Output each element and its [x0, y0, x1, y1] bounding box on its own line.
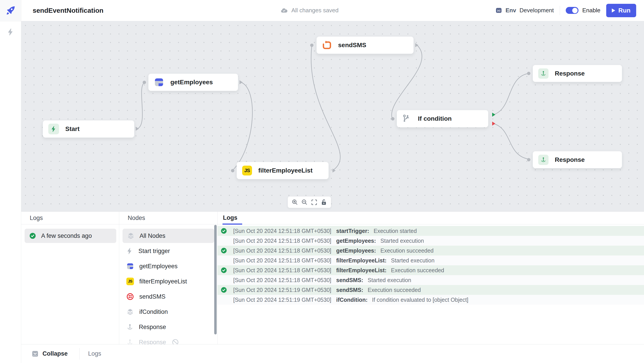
getEmployees-output-port[interactable]	[240, 80, 242, 84]
node-label: getEmployees	[170, 79, 213, 86]
table-query-icon	[126, 262, 134, 270]
log-message: Started execution	[368, 277, 411, 283]
node-filter-getEmployees[interactable]: getEmployees	[119, 259, 217, 274]
start-bolt-icon	[48, 124, 59, 134]
nodes-column: Nodes All Nodes Start trigger	[119, 212, 218, 344]
fit-view-button[interactable]	[310, 198, 318, 206]
node-filterEmployeeList[interactable]: JS filterEmployeeList	[236, 162, 329, 179]
history-item[interactable]: A few seconds ago	[24, 229, 116, 243]
node-label: If condition	[418, 115, 452, 122]
save-status-text: All changes saved	[291, 7, 338, 14]
log-row: [Sun Oct 20 2024 12:51:18 GMT+0530] filt…	[218, 256, 644, 265]
trigger-bolt-icon[interactable]	[7, 27, 14, 36]
run-button[interactable]: Run	[606, 4, 636, 17]
disabled-slash-icon	[172, 339, 179, 344]
log-timestamp: [Sun Oct 20 2024 12:51:19 GMT+0530]	[233, 287, 332, 293]
log-message: Execution succeeded	[380, 247, 434, 254]
log-row: [Sun Oct 20 2024 12:51:18 GMT+0530] filt…	[218, 265, 644, 275]
fit-view-icon	[310, 199, 318, 206]
node-response-true[interactable]: Response	[533, 65, 622, 82]
zoom-out-button[interactable]	[301, 198, 308, 206]
edge-filterEmployeeList-sendSMS	[311, 46, 340, 171]
zoom-in-button[interactable]	[291, 198, 299, 206]
node-filter-label: ifCondition	[139, 309, 168, 315]
node-filter-filterEmployeeList[interactable]: JS filterEmployeeList	[119, 274, 217, 289]
log-row: [Sun Oct 20 2024 12:51:18 GMT+0530] getE…	[218, 246, 644, 256]
environment-switcher[interactable]: (x) Env Development	[495, 7, 554, 14]
collapse-button[interactable]: Collapse	[31, 350, 68, 358]
workflow-title[interactable]: sendEventNotification	[33, 0, 104, 21]
toggle-knob	[572, 8, 578, 13]
log-message: Started execution	[380, 238, 424, 244]
node-filter-response-2[interactable]: Response	[119, 335, 217, 344]
node-filter-label: Response	[139, 324, 166, 331]
log-message: Execution succeeded	[391, 267, 444, 274]
filterEmployeeList-input-port[interactable]	[231, 169, 234, 172]
enable-label: Enable	[582, 7, 600, 14]
table-query-icon	[154, 77, 164, 87]
node-getEmployees[interactable]: getEmployees	[148, 73, 238, 91]
node-start[interactable]: Start	[43, 120, 134, 138]
save-status: All changes saved	[280, 0, 338, 21]
log-timestamp: [Sun Oct 20 2024 12:51:18 GMT+0530]	[233, 228, 332, 234]
node-filter-label: Start trigger	[138, 248, 170, 255]
ifCondition-input-port[interactable]	[391, 117, 394, 120]
lock-button[interactable]	[320, 198, 328, 206]
node-sendSMS[interactable]: sendSMS	[316, 36, 414, 54]
collapse-panel-icon	[31, 350, 39, 358]
response-false-input-port[interactable]	[527, 158, 530, 161]
tab-logs[interactable]: Logs	[222, 214, 242, 225]
edge-sendSMS-ifCondition	[392, 45, 422, 118]
log-timestamp: [Sun Oct 20 2024 12:51:18 GMT+0530]	[233, 257, 332, 264]
success-check-icon	[220, 287, 227, 293]
node-filter-sendSMS[interactable]: sendSMS	[119, 289, 217, 304]
enable-toggle[interactable]	[566, 7, 578, 14]
log-row: [Sun Oct 20 2024 12:51:19 GMT+0530] ifCo…	[218, 295, 644, 305]
start-output-port[interactable]	[136, 127, 139, 131]
node-filter-response-1[interactable]: Response	[119, 320, 217, 335]
getEmployees-input-port[interactable]	[143, 81, 146, 84]
zoom-in-icon	[291, 199, 298, 206]
nodes-header: Nodes	[119, 212, 217, 224]
nodes-scrollbar[interactable]	[214, 225, 217, 334]
canvas-toolbar	[288, 196, 331, 208]
sendSMS-input-port[interactable]	[310, 43, 314, 47]
node-filter-startTrigger[interactable]: Start trigger	[119, 243, 217, 259]
node-label: Start	[65, 125, 80, 133]
node-filter-ifCondition[interactable]: ifCondition	[119, 304, 217, 320]
node-ifCondition[interactable]: If condition	[397, 110, 488, 127]
log-timestamp: [Sun Oct 20 2024 12:51:18 GMT+0530]	[233, 238, 332, 244]
bottom-bar: Collapse Logs	[21, 344, 644, 363]
bottom-bar-logs-tab[interactable]: Logs	[88, 350, 101, 357]
node-filter-all[interactable]: All Nodes	[122, 229, 214, 243]
sendSMS-output-port[interactable]	[415, 43, 418, 47]
play-icon	[612, 8, 615, 12]
log-timestamp: [Sun Oct 20 2024 12:51:18 GMT+0530]	[233, 267, 332, 274]
run-button-label: Run	[618, 7, 630, 14]
log-source: startTrigger:	[336, 228, 369, 234]
layers-icon	[127, 232, 134, 240]
collapse-label: Collapse	[42, 350, 68, 357]
ifCondition-false-port[interactable]	[492, 122, 495, 126]
log-row: [Sun Oct 20 2024 12:51:18 GMT+0530] star…	[218, 226, 644, 236]
workflow-canvas[interactable]: Start getEmployees sendSMS JS filterEmpl…	[21, 21, 644, 211]
node-filter-label: sendSMS	[139, 293, 166, 300]
log-source: getEmployees:	[336, 238, 376, 244]
filterEmployeeList-output-port[interactable]	[332, 169, 336, 173]
left-sidebar	[0, 21, 21, 363]
ifCondition-true-port[interactable]	[492, 113, 495, 117]
edge-start-getEmployees	[137, 83, 144, 129]
run-history-column: Logs A few seconds ago	[21, 212, 119, 344]
node-response-false[interactable]: Response	[533, 151, 622, 168]
twilio-icon	[126, 293, 134, 300]
log-message: Execution succeeded	[368, 287, 421, 293]
log-source: filterEmployeeList:	[336, 267, 386, 274]
log-message: If condition evaluated to [object Object…	[372, 297, 468, 303]
response-pin-icon	[538, 155, 548, 165]
bolt-icon	[126, 247, 133, 255]
js-icon: JS	[242, 166, 252, 175]
lock-open-icon	[320, 199, 327, 206]
app-logo[interactable]	[0, 0, 21, 21]
response-true-input-port[interactable]	[527, 72, 530, 75]
log-timestamp: [Sun Oct 20 2024 12:51:18 GMT+0530]	[233, 277, 332, 283]
